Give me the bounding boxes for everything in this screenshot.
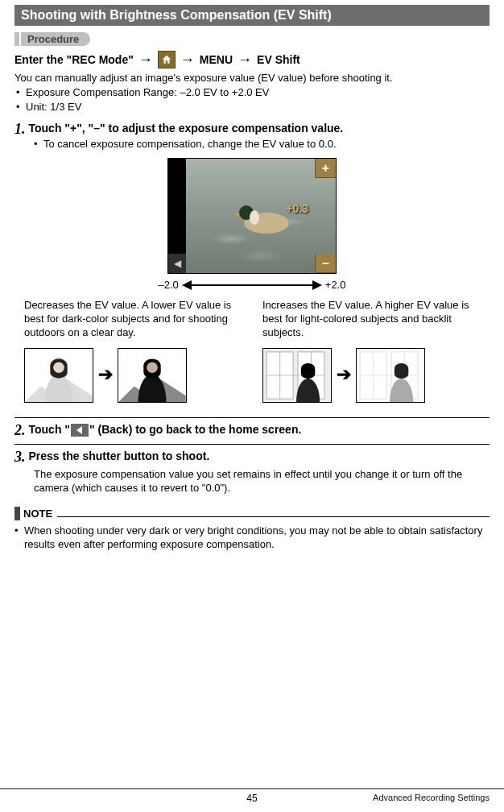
col-text: Increases the EV value. A higher EV valu… — [262, 299, 480, 340]
step-title: Touch "+", "–" to adjust the exposure co… — [29, 122, 344, 135]
svg-point-7 — [147, 362, 158, 373]
example-thumb-backlit-light — [356, 348, 425, 403]
range-arrow-icon — [184, 284, 320, 286]
range-low: –2.0 — [159, 279, 179, 291]
back-icon — [71, 424, 89, 437]
arrow-icon: → — [238, 52, 252, 68]
step-number: 3. — [14, 450, 26, 464]
svg-point-5 — [53, 362, 64, 373]
preview-image: +0.3 — [186, 159, 336, 273]
left-arrow-button[interactable]: ◀ — [168, 254, 186, 273]
step-2: 2. Touch "" (Back) to go back to the hom… — [14, 423, 490, 437]
note-rule — [57, 516, 490, 517]
step-title-pre: Touch " — [29, 423, 70, 436]
procedure-path: Enter the "REC Mode" → → MENU → EV Shift — [14, 51, 490, 68]
col-text: Decreases the EV value. A lower EV value… — [24, 299, 242, 340]
page-number: 45 — [246, 793, 257, 804]
spec-item: Unit: 1/3 EV — [16, 100, 490, 114]
page-footer: 45 Advanced Recording Settings — [0, 788, 504, 804]
ev-figure: +0.3 + – ◀ –2.0 +2.0 — [14, 158, 490, 291]
note-label: NOTE — [23, 508, 52, 520]
arrow-icon: ➔ — [337, 363, 351, 387]
path-menu: MENU — [200, 53, 233, 66]
example-thumb-backlit-dark — [262, 348, 332, 403]
increase-description: Increases the EV value. A higher EV valu… — [262, 299, 480, 403]
ev-minus-button[interactable]: – — [315, 254, 336, 273]
ev-range: –2.0 +2.0 — [159, 279, 346, 291]
svg-point-2 — [250, 210, 259, 225]
note-accent — [14, 507, 20, 520]
page-title: Shooting with Brightness Compensation (E… — [14, 5, 490, 26]
intro-text: You can manually adjust an image's expos… — [14, 72, 490, 84]
note-item: When shooting under very dark or very br… — [14, 524, 490, 552]
separator — [14, 417, 490, 418]
arrow-icon: → — [180, 52, 195, 68]
path-item: EV Shift — [257, 53, 300, 66]
example-thumb-dark — [118, 348, 187, 403]
procedure-accent — [14, 32, 19, 46]
step-title: Press the shutter button to shoot. — [29, 450, 210, 462]
ev-plus-button[interactable]: + — [315, 159, 336, 178]
step-number: 2. — [14, 423, 26, 437]
step-3: 3. Press the shutter button to shoot. Th… — [14, 450, 490, 495]
ev-readout: +0.3 — [286, 202, 308, 215]
step-body: The exposure compensation value you set … — [34, 467, 490, 495]
path-prefix: Enter the "REC Mode" — [14, 53, 134, 66]
example-thumb-bright — [24, 348, 93, 403]
separator — [14, 444, 490, 445]
procedure-label: Procedure — [21, 32, 90, 46]
step-1: 1. Touch "+", "–" to adjust the exposure… — [14, 122, 490, 150]
step-title-post: " (Back) to go back to the home screen. — [89, 423, 301, 436]
arrow-icon: ➔ — [98, 363, 113, 387]
step-subitem: To cancel exposure compensation, change … — [34, 138, 490, 150]
home-icon — [158, 51, 176, 68]
range-high: +2.0 — [325, 279, 346, 291]
step-number: 1. — [14, 122, 26, 136]
note-header: NOTE — [14, 507, 490, 520]
camera-screen: +0.3 + – ◀ — [167, 158, 337, 274]
spec-item: Exposure Compensation Range: –2.0 EV to … — [16, 85, 490, 100]
step-title: Touch "" (Back) to go back to the home s… — [29, 423, 302, 437]
section-name: Advanced Recording Settings — [373, 793, 490, 802]
procedure-header: Procedure — [14, 32, 490, 46]
arrow-icon: → — [138, 52, 153, 68]
decrease-description: Decreases the EV value. A lower EV value… — [24, 299, 242, 403]
